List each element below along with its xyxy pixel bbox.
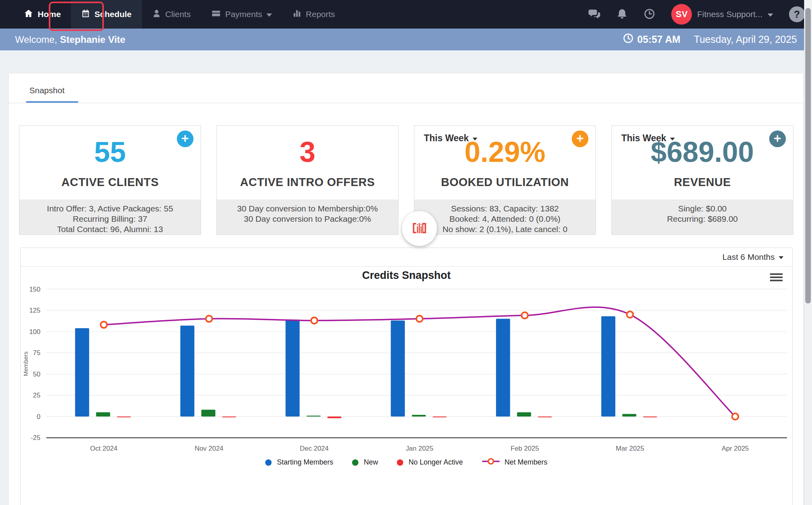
chevron-down-icon xyxy=(779,256,783,259)
chart-range-selector[interactable]: Last 6 Months xyxy=(722,252,783,262)
svg-text:25: 25 xyxy=(33,392,40,399)
stat-card-active-clients: 55 ACTIVE CLIENTS Intro Offer: 3, Active… xyxy=(19,125,201,235)
detail-line: 30 Day conversion to Package:0% xyxy=(217,214,398,224)
legend-item-net-members[interactable]: Net Members xyxy=(482,458,548,467)
clock-icon xyxy=(643,8,655,21)
chart-legend: Starting MembersNewNo Longer ActiveNet M… xyxy=(21,458,792,467)
nav-item-payments[interactable]: Payments xyxy=(201,0,282,29)
svg-text:75: 75 xyxy=(33,349,40,357)
navbar-right: SV Fitness Support... ? xyxy=(588,0,812,29)
legend-swatch xyxy=(265,459,272,466)
current-date: Tuesday, April 29, 2025 xyxy=(694,34,797,45)
svg-text:Apr 2025: Apr 2025 xyxy=(722,445,749,452)
stat-details: 30 Day conversion to Membership:0% 30 Da… xyxy=(217,200,398,234)
stat-label: REVENUE xyxy=(612,176,793,189)
hamburger-icon xyxy=(770,273,783,275)
help-button[interactable]: ? xyxy=(789,6,805,22)
detail-line: No show: 2 (0.1%), Late cancel: 0 xyxy=(414,224,596,234)
barcode-scan-icon xyxy=(410,219,429,239)
legend-item-starting-members[interactable]: Starting Members xyxy=(265,458,333,467)
notifications-button[interactable] xyxy=(617,8,628,21)
chart-menu-button[interactable] xyxy=(770,273,783,281)
legend-swatch xyxy=(397,459,403,466)
svg-text:125: 125 xyxy=(29,307,40,314)
nav-item-home[interactable]: Home xyxy=(13,0,71,29)
welcome-message: Welcome,Stephanie Vite xyxy=(15,34,125,45)
svg-text:Mar 2025: Mar 2025 xyxy=(616,445,644,452)
clock-icon xyxy=(623,33,637,46)
tab-label: Snapshot xyxy=(29,86,65,95)
detail-line: Single: $0.00 xyxy=(612,204,793,214)
avatar[interactable]: SV xyxy=(671,4,692,25)
current-time: 05:57 AM xyxy=(637,34,680,45)
datetime-display: 05:57 AM Tuesday, April 29, 2025 xyxy=(623,33,797,46)
credits-snapshot-chart: 1501251007550250-25MembersOct 2024Nov 20… xyxy=(21,283,792,505)
nav-label: Schedule xyxy=(94,10,131,19)
nav-item-schedule[interactable]: Schedule xyxy=(71,0,142,29)
stat-label: ACTIVE INTRO OFFERS xyxy=(217,176,398,189)
bar-chart-icon xyxy=(293,9,301,20)
svg-text:100: 100 xyxy=(29,328,40,336)
legend-item-new[interactable]: New xyxy=(352,458,378,467)
legend-label: No Longer Active xyxy=(408,458,463,467)
legend-label: Starting Members xyxy=(277,458,333,467)
svg-text:0: 0 xyxy=(37,413,40,421)
nav-label: Payments xyxy=(225,10,262,19)
barcode-scan-button[interactable] xyxy=(402,211,437,246)
stat-label: BOOKED UTILIZATION xyxy=(414,176,596,189)
person-icon xyxy=(152,9,161,20)
content-panel: Snapshot 55 ACTIVE CLIENTS Intro Offer: … xyxy=(8,73,804,505)
scrollbar-thumb[interactable] xyxy=(805,8,811,303)
stat-card-booked-utilization: This Week 0.29% BOOKED UTILIZATION Sessi… xyxy=(414,125,596,235)
page-scrollbar xyxy=(804,0,812,505)
detail-line: Recurring: $689.00 xyxy=(612,214,793,224)
detail-line: Total Contact: 96, Alumni: 13 xyxy=(19,224,201,234)
legend-swatch xyxy=(352,459,358,466)
chart-title: Credits Snapshot xyxy=(21,269,792,282)
user-name: Stephanie Vite xyxy=(60,34,125,45)
svg-text:-25: -25 xyxy=(31,434,40,442)
stat-card-active-intro-offers: 3 ACTIVE INTRO OFFERS 30 Day conversion … xyxy=(216,125,398,235)
chat-button[interactable] xyxy=(588,8,601,21)
credits-snapshot-panel: Last 6 Months Credits Snapshot 150125100… xyxy=(20,248,793,505)
bell-icon xyxy=(617,8,628,21)
top-navbar: Home Schedule Clients Payments Reports xyxy=(0,0,812,29)
nav-item-clients[interactable]: Clients xyxy=(142,0,201,29)
welcome-bar: Welcome,Stephanie Vite 05:57 AM Tuesday,… xyxy=(0,29,812,50)
legend-label: Net Members xyxy=(505,458,548,467)
nav-label: Home xyxy=(38,10,61,19)
stat-value: 3 xyxy=(217,138,398,166)
svg-text:Members: Members xyxy=(22,351,29,376)
stat-details: Single: $0.00 Recurring: $689.00 xyxy=(612,200,793,234)
credit-card-icon xyxy=(211,9,221,20)
detail-line: 30 Day conversion to Membership:0% xyxy=(217,204,398,214)
history-button[interactable] xyxy=(643,8,655,21)
stat-value: 0.29% xyxy=(414,138,596,166)
chart-header: Last 6 Months xyxy=(21,248,792,267)
account-label: Fitness Support... xyxy=(697,10,762,19)
nav-label: Clients xyxy=(165,10,191,19)
range-label: Last 6 Months xyxy=(722,252,775,262)
nav-label: Reports xyxy=(306,10,335,19)
svg-text:Nov 2024: Nov 2024 xyxy=(195,445,224,452)
stat-details: Sessions: 83, Capacity: 1382 Booked: 4, … xyxy=(414,200,596,234)
nav-item-reports[interactable]: Reports xyxy=(282,0,345,29)
detail-line: Intro Offer: 3, Active Packages: 55 xyxy=(19,204,201,214)
tab-snapshot[interactable]: Snapshot xyxy=(26,79,78,103)
legend-label: New xyxy=(364,458,378,467)
greeting-text: Welcome, xyxy=(15,34,57,45)
legend-item-no-longer-active[interactable]: No Longer Active xyxy=(397,458,463,467)
stat-value: $689.00 xyxy=(612,138,793,166)
detail-line: Booked: 4, Attended: 0 (0.0%) xyxy=(414,214,596,224)
main-nav: Home Schedule Clients Payments Reports xyxy=(0,0,345,29)
svg-text:Feb 2025: Feb 2025 xyxy=(511,445,539,452)
svg-text:50: 50 xyxy=(33,371,40,378)
svg-text:Oct 2024: Oct 2024 xyxy=(90,445,117,452)
legend-line-swatch xyxy=(482,458,500,467)
detail-line: Recurring Billing: 37 xyxy=(19,214,201,224)
account-menu[interactable]: SV Fitness Support... xyxy=(671,4,773,25)
calendar-icon xyxy=(81,9,90,20)
chat-icon xyxy=(588,8,601,21)
chevron-down-icon xyxy=(266,13,272,17)
stat-label: ACTIVE CLIENTS xyxy=(19,176,201,189)
